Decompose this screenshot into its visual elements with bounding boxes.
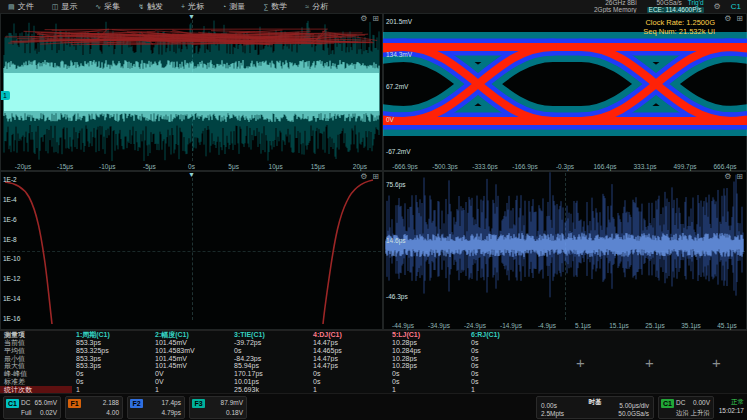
measurement-value: 0V	[151, 370, 230, 378]
measurement-value: 10.284ps	[388, 347, 467, 355]
status-bar: C1DC65.0mVFull0.02VF12.1884.00F217.4ps4.…	[0, 393, 747, 420]
bathtub-plot	[0, 171, 383, 330]
menu-item-显示[interactable]: ◫显示	[52, 0, 78, 13]
measurement-column-header: 2:幅度(C1)	[151, 331, 230, 339]
tick-label: -15μs	[44, 162, 86, 171]
menu-item-文件[interactable]: ▤文件	[8, 0, 34, 13]
measurement-value: 853.3ps	[72, 355, 151, 363]
panel-expand-icon[interactable]: ⊞	[372, 173, 379, 181]
tick-label: 10μs	[255, 162, 297, 171]
measurement-value: 10.28ps	[388, 339, 467, 347]
measurement-value: 0s	[467, 370, 546, 378]
trigger-position-icon[interactable]: ▼	[188, 13, 195, 20]
scope-spec-block: 26GHz 8Bi 2Gpts Memory	[594, 0, 637, 13]
measurement-column-header: 6:RJ(C1)	[467, 331, 546, 339]
add-measurement-slot-icon[interactable]: +	[712, 355, 721, 370]
measurement-value: 14.47ps	[309, 355, 388, 363]
measurement-value: 0s	[72, 378, 151, 386]
panel-bathtub-curve[interactable]: ▼ 1E-21E-41E-61E-81E-101E-121E-141E-16 ⚙…	[0, 171, 383, 330]
trigger-level: 0.00V	[693, 399, 710, 406]
panel-corner-icons: ⚙⊞	[724, 15, 743, 23]
panel-expand-icon[interactable]: ⊞	[736, 173, 743, 181]
menu-item-icon: ∿	[95, 0, 101, 13]
trigger-descriptor[interactable]: C1 DC 0.00V 边沿 上升沿	[658, 396, 714, 419]
measurement-value: -84.23ps	[230, 355, 309, 363]
add-measurement-slot-icon[interactable]: +	[645, 355, 654, 370]
trigger-coupling: DC	[676, 399, 685, 406]
tick-label: 1E-16	[3, 315, 20, 322]
menu-item-测量[interactable]: ◔测量	[222, 0, 245, 13]
table-row-label: 平均值	[0, 347, 72, 355]
menu-item-数学[interactable]: ∑数学	[263, 0, 287, 13]
measurement-table: 测量项1:周期(C1)2:幅度(C1)3:TIE(C1)4:DJ(C1)5:LJ…	[0, 331, 747, 394]
measurement-value: 14.47ps	[309, 339, 388, 347]
channel-badge: C1	[6, 399, 19, 408]
table-row-label: 标准差	[0, 378, 72, 386]
tick-label: 333.1ps	[625, 162, 665, 171]
panel-eye-diagram[interactable]: Clock Rate: 1.2500G Seq Num: 21.532k UI …	[383, 13, 747, 171]
panel-settings-icon[interactable]: ⚙	[724, 15, 731, 23]
measurement-value: 0s	[467, 339, 546, 347]
menu-item-label: 光标	[188, 0, 204, 13]
tick-label: 201.5mV	[386, 18, 412, 25]
measurement-column-header: 1:周期(C1)	[72, 331, 151, 339]
trigger-type: 边沿	[676, 409, 689, 416]
empty-slot-cell	[613, 339, 680, 347]
timebase-descriptor[interactable]: 时基 0.00s 5.00μs/div 2.5Mpts 50.0GSa/s	[536, 396, 654, 419]
measurement-value: 101.4583mV	[151, 347, 230, 355]
channel-rows: 17.4ps4.79ps	[145, 398, 181, 417]
channel-row: 17.4ps	[145, 399, 181, 406]
menu-item-分析[interactable]: ≈分析	[305, 0, 328, 13]
panel-tie-track[interactable]: 75.6ps14.6ps-46.3ps ⚙⊞ -44.9μs-34.9μs-24…	[383, 171, 747, 330]
system-status-cluster: 26GHz 8Bi 2Gpts Memory 50GSa/s Trig'd EC…	[594, 0, 741, 13]
menu-item-icon: ◔	[222, 0, 226, 13]
time-axis-ticks: -20μs-15μs-10μs-5μs0s5μs10μs15μs20μs	[2, 162, 381, 171]
measurement-column-header: 3:TIE(C1)	[230, 331, 309, 339]
channel-descriptor-C1[interactable]: C1DC65.0mVFull0.02V	[3, 396, 61, 419]
tick-label: 5μs	[213, 162, 255, 171]
gear-icon[interactable]: ⚙	[714, 0, 721, 13]
empty-slot-cell	[546, 378, 613, 386]
measurement-value: 0s	[388, 378, 467, 386]
channel-row-right: 2.188	[103, 399, 119, 406]
channel-badge: F3	[192, 399, 205, 408]
channel-rows: 2.1884.00	[83, 398, 119, 417]
ber-axis-ticks: 1E-21E-41E-61E-81E-101E-121E-141E-16	[3, 176, 20, 322]
tick-label: 0V	[386, 116, 412, 123]
menu-item-光标[interactable]: +光标	[181, 0, 204, 13]
panel-settings-icon[interactable]: ⚙	[360, 15, 367, 23]
tick-label: 35.1μs	[673, 321, 709, 330]
panel-channel-waveform[interactable]: ▼ 1 ⚙⊞ -20μs-15μs-10μs-5μs0s5μs10μs15μs2…	[0, 13, 383, 171]
tick-label: 166.4ps	[585, 162, 625, 171]
channel1-level-icon[interactable]: 1	[1, 91, 10, 100]
tick-label: -666.9ps	[385, 162, 425, 171]
channel-row: 4.79ps	[145, 409, 181, 416]
tick-label: -24.9μs	[457, 321, 493, 330]
panel-settings-icon[interactable]: ⚙	[360, 173, 367, 181]
panel-expand-icon[interactable]: ⊞	[372, 15, 379, 23]
measurement-value: 14.465ps	[309, 347, 388, 355]
channel-descriptor-F1[interactable]: F12.1884.00	[65, 396, 123, 419]
menu-item-采集[interactable]: ∿采集	[95, 0, 120, 13]
panel-settings-icon[interactable]: ⚙	[724, 173, 731, 181]
tick-label: -46.3ps	[386, 293, 408, 300]
channel-row-right: 17.4ps	[161, 399, 181, 406]
table-row-label: 最大值	[0, 362, 72, 370]
channel-descriptor-F2[interactable]: F217.4ps4.79ps	[127, 396, 185, 419]
menu-item-icon: +	[181, 0, 185, 13]
menu-item-触发[interactable]: ↯触发	[138, 0, 163, 13]
display-grid: ▼ 1 ⚙⊞ -20μs-15μs-10μs-5μs0s5μs10μs15μs2…	[0, 13, 747, 330]
channel-row-right: 4.79ps	[161, 409, 181, 416]
channel-descriptor-F3[interactable]: F387.9mV0.18V	[189, 396, 247, 419]
seq-num-readout: Seq Num: 21.532k UI	[643, 27, 715, 36]
cursor-marker-icon[interactable]: ▼	[188, 171, 195, 178]
channel-row-right: 0.18V	[226, 409, 243, 416]
trigger-mode-label: 正常	[714, 397, 744, 406]
menu-item-icon: ▤	[8, 0, 15, 13]
voltage-axis-ticks: 201.5mV134.3mV67.2mV0V-67.2mV	[386, 18, 412, 155]
panel-expand-icon[interactable]: ⊞	[736, 15, 743, 23]
measurement-value: 853.325ps	[72, 347, 151, 355]
measurement-column-header: 4:DJ(C1)	[309, 331, 388, 339]
panel-corner-icons: ⚙⊞	[724, 173, 743, 181]
add-measurement-slot-icon[interactable]: +	[576, 355, 585, 370]
